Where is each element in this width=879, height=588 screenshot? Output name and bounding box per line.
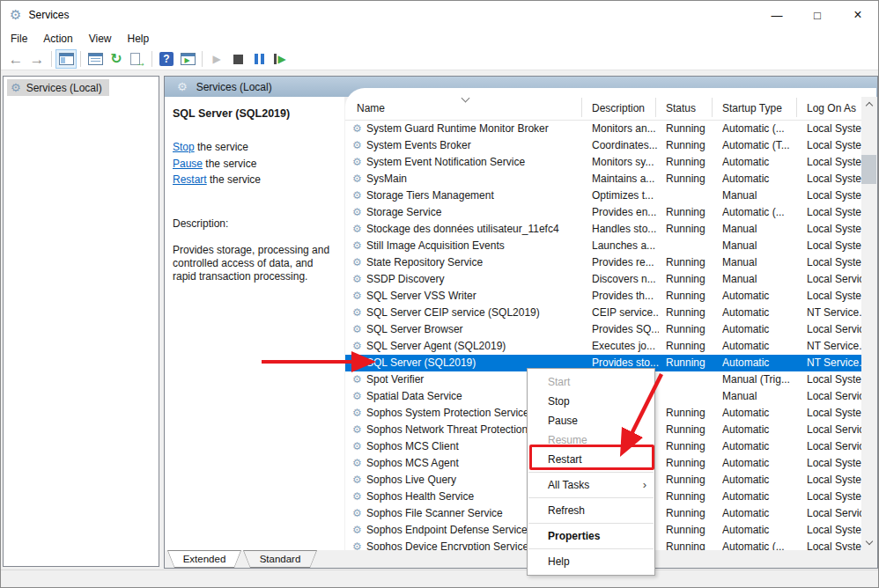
cell-status: Running: [666, 355, 715, 371]
minimize-button[interactable]: —: [757, 1, 797, 29]
menu-help[interactable]: Help: [120, 31, 158, 47]
context-menu-item-restart[interactable]: Restart: [528, 450, 654, 469]
menu-view[interactable]: View: [81, 31, 120, 47]
show-console-tree-button[interactable]: [55, 49, 77, 69]
context-menu-item-pause[interactable]: Pause: [528, 411, 654, 430]
console-tree-panel: ⚙ Services (Local): [3, 76, 159, 567]
scroll-up-icon[interactable]: [861, 97, 876, 112]
context-menu-item-stop[interactable]: Stop: [528, 392, 654, 411]
scrollbar-thumb[interactable]: [861, 155, 876, 184]
refresh-button[interactable]: ↻: [106, 49, 127, 69]
tree-item-services-local[interactable]: ⚙ Services (Local): [7, 79, 109, 96]
table-row[interactable]: ⚙Storage ServiceProvides en...RunningAut…: [345, 204, 861, 221]
cell-logon: Local Syste...: [807, 522, 861, 539]
menu-action[interactable]: Action: [35, 31, 80, 47]
column-divider[interactable]: [796, 98, 797, 117]
show-action-pane-button[interactable]: ▶: [177, 49, 198, 69]
restart-service-button-glyph: ▶: [274, 54, 285, 64]
back-button[interactable]: ←: [5, 49, 26, 69]
help-button[interactable]: ?: [156, 49, 177, 69]
service-gear-icon: ⚙: [352, 388, 362, 405]
column-header-startup-type[interactable]: Startup Type: [722, 102, 782, 114]
column-header-status[interactable]: Status: [666, 102, 696, 114]
cell-logon: Local Syste...: [807, 539, 861, 550]
table-row[interactable]: ⚙State Repository ServiceProvides re...R…: [345, 254, 861, 271]
vertical-scrollbar[interactable]: [861, 97, 876, 550]
cell-startup: Automatic: [722, 154, 801, 171]
column-header-log-on-as[interactable]: Log On As: [807, 102, 856, 114]
forward-button[interactable]: →: [26, 49, 48, 69]
table-row[interactable]: ⚙Still Image Acquisition EventsLaunches …: [345, 238, 861, 254]
cell-logon: Local Syste...: [807, 154, 861, 171]
service-action-line: Pause the service: [173, 158, 336, 170]
table-row[interactable]: ⚙SSDP DiscoveryDiscovers n...RunningManu…: [345, 271, 861, 288]
cell-desc: Provides re...: [592, 254, 659, 271]
pause-service-button[interactable]: [248, 49, 270, 69]
start-service-button-glyph: ▶: [212, 53, 220, 65]
column-divider[interactable]: [581, 98, 582, 117]
menu-file[interactable]: File: [3, 31, 35, 47]
stop-service-button[interactable]: [227, 49, 248, 69]
cell-status: Running: [666, 321, 715, 338]
table-row[interactable]: ⚙SQL Server Agent (SQL2019)Executes jo..…: [345, 338, 861, 355]
service-gear-icon: ⚙: [352, 371, 362, 388]
export-list-button[interactable]: →: [127, 49, 148, 69]
table-row[interactable]: ⚙SysMainMaintains a...RunningAutomaticLo…: [345, 171, 861, 187]
show-console-tree-button-glyph: [59, 53, 74, 65]
close-button[interactable]: ×: [838, 1, 878, 29]
cell-startup: Manual: [722, 187, 801, 204]
table-row[interactable]: ⚙System Events BrokerCoordinates...Runni…: [345, 137, 861, 154]
context-menu-item-all-tasks[interactable]: All Tasks›: [528, 475, 654, 495]
context-menu-item-help[interactable]: Help: [528, 552, 654, 571]
cell-startup: Automatic: [722, 489, 801, 505]
cell-name: Storage Tiers Management: [366, 187, 578, 204]
tab-standard[interactable]: Standard: [243, 550, 317, 568]
services-panel: ⚙ Services (Local) SQL Server (SQL2019) …: [164, 76, 878, 569]
service-action-text: the service: [195, 141, 248, 153]
service-gear-icon: ⚙: [352, 254, 362, 271]
cell-logon: NT Service...: [807, 305, 861, 321]
table-row[interactable]: ⚙SQL Server CEIP service (SQL2019)CEIP s…: [345, 305, 861, 321]
cell-desc: Launches a...: [592, 238, 659, 254]
show-action-pane-button-glyph: ▶: [185, 57, 190, 64]
cell-status: Running: [666, 254, 715, 271]
start-service-button[interactable]: ▶: [206, 49, 227, 69]
column-divider[interactable]: [655, 98, 656, 117]
stop-service-link[interactable]: Stop: [173, 141, 195, 153]
column-divider[interactable]: [712, 98, 713, 117]
cell-logon: Local Syste...: [807, 254, 861, 271]
cell-status: Running: [666, 422, 715, 438]
scroll-down-icon[interactable]: [861, 535, 876, 550]
table-row[interactable]: ⚙SQL Server VSS WriterProvides th...Runn…: [345, 288, 861, 305]
table-row[interactable]: ⚙Stockage des données utilisateur_11efc4…: [345, 221, 861, 238]
refresh-button-glyph: ↻: [110, 52, 122, 66]
table-row[interactable]: ⚙Storage Tiers ManagementOptimizes t...M…: [345, 187, 861, 204]
cell-desc: Discovers n...: [592, 271, 659, 288]
restart-service-link[interactable]: Restart: [173, 173, 207, 186]
service-gear-icon: ⚙: [352, 305, 362, 321]
list-header: Name Description Status Startup Type Log…: [345, 88, 876, 121]
cell-name: Still Image Acquisition Events: [366, 238, 578, 254]
description-text: Provides storage, processing and control…: [173, 244, 336, 283]
export-list-button-glyph: →: [130, 53, 144, 66]
tab-extended[interactable]: Extended: [167, 550, 241, 568]
cell-desc: Handles sto...: [592, 221, 659, 238]
pause-service-link[interactable]: Pause: [173, 158, 203, 170]
cell-startup: Manual: [722, 388, 801, 405]
menu-separator: [528, 548, 654, 549]
properties-button[interactable]: [85, 49, 106, 69]
services-node-icon: ⚙: [11, 81, 21, 94]
context-menu-item-refresh[interactable]: Refresh: [528, 501, 654, 520]
service-action-text: the service: [203, 158, 256, 170]
service-gear-icon: ⚙: [352, 438, 362, 455]
sort-indicator-icon: [462, 94, 470, 103]
table-row[interactable]: ⚙SQL Server BrowserProvides SQ...Running…: [345, 321, 861, 338]
context-menu-item-properties[interactable]: Properties: [528, 526, 654, 546]
restart-service-button[interactable]: ▶: [270, 49, 291, 69]
column-header-name[interactable]: Name: [357, 102, 385, 114]
table-row[interactable]: ⚙System Event Notification ServiceMonito…: [345, 154, 861, 171]
maximize-button[interactable]: □: [797, 1, 838, 29]
table-row[interactable]: ⚙System Guard Runtime Monitor BrokerMoni…: [345, 121, 861, 137]
column-header-description[interactable]: Description: [592, 102, 645, 114]
cell-startup: Automatic: [722, 438, 801, 455]
